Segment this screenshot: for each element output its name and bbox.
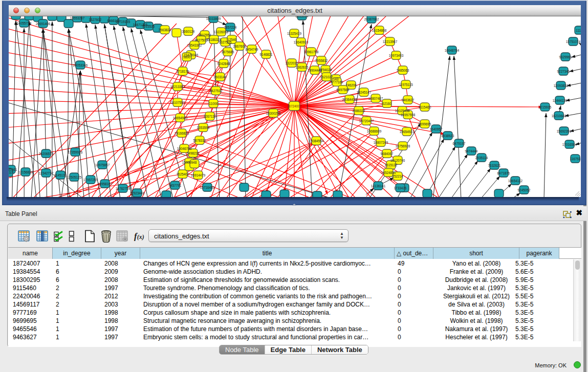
svg-text:12213382: 12213382 <box>170 85 185 89</box>
svg-text:2935114: 2935114 <box>475 156 488 160</box>
svg-text:62160: 62160 <box>382 102 391 105</box>
svg-text:20691406: 20691406 <box>36 22 51 26</box>
svg-text:9329961: 9329961 <box>559 55 572 59</box>
svg-text:16782759: 16782759 <box>116 187 130 190</box>
svg-text:1362615: 1362615 <box>296 65 309 69</box>
svg-text:2603144: 2603144 <box>214 75 227 79</box>
svg-text:5878312: 5878312 <box>193 139 206 142</box>
svg-text:1353594: 1353594 <box>197 126 210 129</box>
svg-text:14055724: 14055724 <box>17 21 32 25</box>
svg-text:7515526: 7515526 <box>142 25 155 28</box>
svg-text:2718176: 2718176 <box>177 70 189 73</box>
svg-text:18724007: 18724007 <box>287 104 302 108</box>
svg-text:8471876: 8471876 <box>497 171 510 175</box>
svg-text:10961758: 10961758 <box>304 50 319 54</box>
svg-text:9242848: 9242848 <box>217 62 230 65</box>
svg-text:16210643: 16210643 <box>552 114 567 118</box>
svg-text:18245147: 18245147 <box>357 91 372 94</box>
svg-text:16648784: 16648784 <box>445 49 460 52</box>
svg-text:9115460: 9115460 <box>419 105 431 109</box>
svg-text:10046788: 10046788 <box>177 147 192 150</box>
svg-text:20053346: 20053346 <box>73 63 88 67</box>
svg-text:7955812: 7955812 <box>315 59 328 62</box>
svg-text:16033809: 16033809 <box>206 17 221 20</box>
svg-text:9457791: 9457791 <box>169 184 182 187</box>
svg-text:17016504: 17016504 <box>562 143 577 146</box>
svg-text:12546: 12546 <box>227 38 236 41</box>
svg-text:3215935: 3215935 <box>539 105 552 109</box>
svg-text:10719155: 10719155 <box>116 20 130 24</box>
svg-text:8427512: 8427512 <box>210 89 223 93</box>
svg-text:1527602: 1527602 <box>89 18 102 21</box>
svg-text:10654112: 10654112 <box>508 179 522 183</box>
svg-text:3267130: 3267130 <box>204 115 216 118</box>
svg-text:1145131: 1145131 <box>54 173 67 177</box>
svg-text:746206: 746206 <box>345 83 357 87</box>
svg-text:2986322: 2986322 <box>353 109 365 113</box>
svg-text:9245052: 9245052 <box>518 188 531 192</box>
svg-text:20364436: 20364436 <box>342 98 357 101</box>
svg-text:6794024: 6794024 <box>319 68 332 72</box>
svg-text:16914479: 16914479 <box>191 173 206 177</box>
svg-text:18807249: 18807249 <box>374 141 388 144</box>
svg-text:3875685: 3875685 <box>222 50 234 54</box>
svg-text:1621022: 1621022 <box>320 75 333 79</box>
svg-text:9777169: 9777169 <box>331 80 343 84</box>
svg-text:1640957: 1640957 <box>430 127 443 131</box>
svg-text:7625402: 7625402 <box>177 172 189 176</box>
svg-text:7632621: 7632621 <box>488 164 501 167</box>
svg-text:1498222: 1498222 <box>187 151 200 155</box>
svg-text:2867608: 2867608 <box>233 45 246 48</box>
svg-text:15720407: 15720407 <box>359 119 374 123</box>
svg-text:17359926: 17359926 <box>68 150 83 154</box>
svg-text:15692391: 15692391 <box>557 129 572 133</box>
svg-text:12156829: 12156829 <box>18 170 33 174</box>
svg-text:14957598: 14957598 <box>401 113 416 117</box>
svg-text:8938923: 8938923 <box>442 134 454 138</box>
svg-text:3660124: 3660124 <box>182 30 195 33</box>
svg-text:9474444: 9474444 <box>465 149 478 153</box>
svg-text:16154808: 16154808 <box>372 29 387 32</box>
svg-text:1117: 1117 <box>576 29 581 32</box>
svg-text:11006: 11006 <box>209 102 218 105</box>
svg-text:12923448: 12923448 <box>130 191 145 195</box>
svg-text:9146821: 9146821 <box>260 53 273 56</box>
svg-text:10025438: 10025438 <box>395 109 410 113</box>
svg-text:3912954: 3912954 <box>199 33 211 37</box>
svg-text:10553287: 10553287 <box>70 16 85 20</box>
svg-text:10756928: 10756928 <box>396 144 410 148</box>
svg-text:1733426: 1733426 <box>394 186 407 190</box>
svg-text:9227341: 9227341 <box>557 70 570 73</box>
svg-text:10543362: 10543362 <box>187 43 202 47</box>
svg-text:39157: 39157 <box>9 171 13 174</box>
svg-text:7857224: 7857224 <box>224 26 237 29</box>
svg-text:12213967: 12213967 <box>383 40 398 43</box>
svg-text:9890: 9890 <box>183 55 191 59</box>
svg-text:15909948: 15909948 <box>182 161 197 164</box>
svg-text:9463627: 9463627 <box>402 98 415 102</box>
svg-text:6497568: 6497568 <box>337 88 350 92</box>
svg-text:17957255: 17957255 <box>83 178 98 182</box>
svg-text:8454749: 8454749 <box>246 48 258 51</box>
svg-text:9699695: 9699695 <box>419 122 431 126</box>
svg-text:6479197: 6479197 <box>453 142 466 145</box>
svg-text:11325419: 11325419 <box>287 32 301 35</box>
svg-text:16120746: 16120746 <box>390 159 405 162</box>
svg-text:11975115: 11975115 <box>399 83 413 86</box>
svg-text:10688609: 10688609 <box>367 129 382 133</box>
svg-text:12342717: 12342717 <box>39 171 54 175</box>
svg-text:15716485: 15716485 <box>200 186 215 189</box>
svg-text:16107553: 16107553 <box>170 101 185 104</box>
svg-text:7485063: 7485063 <box>397 69 409 72</box>
svg-text:10807487: 10807487 <box>368 97 383 100</box>
svg-text:10654983: 10654983 <box>173 116 188 120</box>
svg-text:13226058: 13226058 <box>214 30 229 34</box>
svg-text:10958167: 10958167 <box>98 182 113 186</box>
svg-text:9827503: 9827503 <box>195 38 208 42</box>
svg-text:10975857: 10975857 <box>95 163 110 167</box>
svg-text:9684067: 9684067 <box>381 152 394 156</box>
svg-text:12093832: 12093832 <box>554 84 569 87</box>
svg-text:116753: 116753 <box>570 157 581 161</box>
svg-text:12505125: 12505125 <box>67 176 82 179</box>
svg-text:19166825: 19166825 <box>175 132 189 135</box>
